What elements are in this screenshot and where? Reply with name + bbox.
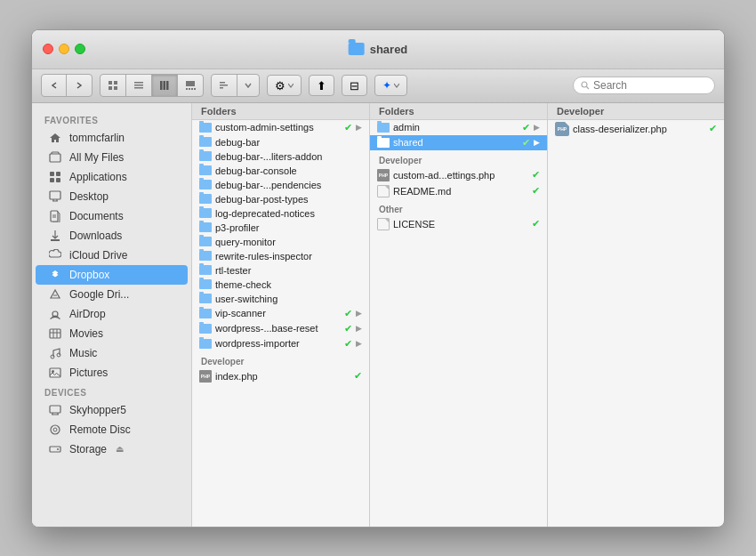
airdrop-icon xyxy=(48,307,62,321)
svg-point-36 xyxy=(51,425,60,434)
table-row[interactable]: debug-bar-...liters-addon xyxy=(192,149,369,164)
dropbox-button[interactable]: ✦ xyxy=(374,75,407,96)
file-name: debug-bar-...pendencies xyxy=(215,180,362,190)
svg-rect-33 xyxy=(50,368,60,377)
arrange-button[interactable] xyxy=(212,75,237,96)
sidebar-item-airdrop[interactable]: AirDrop xyxy=(36,304,188,324)
table-row[interactable]: query-monitor xyxy=(192,235,369,249)
table-row[interactable]: README.md ✔ xyxy=(370,183,547,199)
svg-rect-17 xyxy=(220,87,223,89)
svg-rect-22 xyxy=(56,172,60,176)
arrange-dropdown-icon xyxy=(245,82,252,89)
sidebar-item-label: Skyhopper5 xyxy=(69,404,126,416)
folder-icon xyxy=(199,265,212,275)
check-icon: ✔ xyxy=(522,122,530,133)
list-view-button[interactable] xyxy=(126,75,152,96)
close-button[interactable] xyxy=(43,44,53,54)
table-row[interactable]: PHP custom-ad...ettings.php ✔ xyxy=(370,167,547,183)
table-row[interactable]: LICENSE ✔ xyxy=(370,216,547,232)
table-row[interactable]: debug-bar-...pendencies xyxy=(192,178,369,192)
table-row[interactable]: p3-profiler xyxy=(192,221,369,235)
action-button[interactable]: ⚙ xyxy=(267,75,302,96)
sidebar-item-google-drive[interactable]: Google Dri... xyxy=(36,285,188,304)
svg-rect-16 xyxy=(220,85,228,86)
minimize-button[interactable] xyxy=(59,44,69,54)
tag-button[interactable]: ⊟ xyxy=(342,75,367,96)
share-button[interactable]: ⬆ xyxy=(309,75,334,96)
sidebar-item-remote-disc[interactable]: Remote Disc xyxy=(36,420,188,439)
sidebar-item-all-my-files[interactable]: All My Files xyxy=(36,148,188,167)
table-row[interactable]: vip-scanner ✔ ▶ xyxy=(192,306,369,321)
table-row[interactable]: PHP index.php ✔ xyxy=(192,368,369,384)
sidebar-item-tommcfarlin[interactable]: tommcfarlin xyxy=(36,128,188,148)
titlebar: shared xyxy=(32,30,724,69)
sidebar-item-applications[interactable]: Applications xyxy=(36,167,188,187)
table-row[interactable]: rewrite-rules-inspector xyxy=(192,249,369,263)
file-name: rewrite-rules-inspector xyxy=(215,251,362,262)
traffic-lights xyxy=(43,44,85,54)
column-view-button[interactable] xyxy=(152,75,178,96)
file-name: README.md xyxy=(393,186,528,197)
file-name: debug-bar-...liters-addon xyxy=(215,151,362,162)
forward-button[interactable] xyxy=(67,75,92,96)
table-row[interactable]: shared ✔ ▶ xyxy=(370,135,547,150)
sidebar-item-movies[interactable]: Movies xyxy=(36,324,188,343)
table-row[interactable]: debug-bar-console xyxy=(192,164,369,178)
back-button[interactable] xyxy=(42,75,67,96)
table-row[interactable]: PHP class-deserializer.php ✔ xyxy=(548,120,724,138)
browser-pane: Folders custom-admin-settings ✔ ▶ debug-… xyxy=(192,103,724,527)
sidebar-item-desktop[interactable]: Desktop xyxy=(36,187,188,206)
table-row[interactable]: admin ✔ ▶ xyxy=(370,120,547,135)
table-row[interactable]: debug-bar-post-types xyxy=(192,192,369,206)
computer-icon xyxy=(48,403,62,417)
column-view-icon xyxy=(159,80,170,91)
window-title: shared xyxy=(349,43,408,56)
folder-icon xyxy=(199,180,212,189)
arrow-icon: ▶ xyxy=(356,309,362,318)
folder-icon xyxy=(199,294,212,303)
table-row[interactable]: rtl-tester xyxy=(192,263,369,278)
sidebar-item-icloud[interactable]: iCloud Drive xyxy=(36,246,188,265)
sidebar-item-skyhopper5[interactable]: Skyhopper5 xyxy=(36,400,188,420)
table-row[interactable]: wordpress-importer ✔ ▶ xyxy=(192,336,369,351)
table-row[interactable]: log-deprecated-notices xyxy=(192,206,369,221)
svg-rect-12 xyxy=(189,88,190,90)
table-row[interactable]: user-switching xyxy=(192,292,369,306)
column-3-header: Developer xyxy=(548,103,724,120)
content-area: Favorites tommcfarlin All My Files Appli… xyxy=(32,103,724,527)
file-name: debug-bar xyxy=(215,137,362,148)
file-name: p3-profiler xyxy=(215,222,362,233)
sidebar-item-label: Desktop xyxy=(69,190,109,203)
desktop-icon xyxy=(48,189,62,204)
pictures-icon xyxy=(48,366,62,380)
sidebar-item-label: Movies xyxy=(69,327,103,340)
sidebar-item-music[interactable]: Music xyxy=(36,343,188,363)
sidebar-item-dropbox[interactable]: Dropbox xyxy=(36,265,188,285)
table-row[interactable]: custom-admin-settings ✔ ▶ xyxy=(192,120,369,135)
folder-icon xyxy=(199,309,212,318)
sidebar-item-storage[interactable]: Storage ⏏ xyxy=(36,439,188,459)
table-row[interactable]: theme-check xyxy=(192,278,369,292)
tag-icon: ⊟ xyxy=(350,79,359,93)
sidebar-item-downloads[interactable]: Downloads xyxy=(36,226,188,246)
arrange-icon xyxy=(219,80,229,91)
svg-rect-14 xyxy=(194,88,196,90)
cover-flow-button[interactable] xyxy=(178,75,203,96)
svg-rect-1 xyxy=(114,81,117,85)
sidebar-item-label: Applications xyxy=(69,171,127,183)
maximize-button[interactable] xyxy=(75,44,85,54)
arrange-dropdown-button[interactable] xyxy=(237,75,259,96)
search-input[interactable] xyxy=(593,79,700,92)
search-box[interactable] xyxy=(573,77,715,94)
file-name: LICENSE xyxy=(393,219,528,230)
table-row[interactable]: debug-bar xyxy=(192,135,369,149)
drive-icon xyxy=(48,442,62,456)
table-row[interactable]: wordpress-...base-reset ✔ ▶ xyxy=(192,321,369,336)
sidebar-item-documents[interactable]: Documents xyxy=(36,206,188,226)
svg-rect-2 xyxy=(109,86,112,90)
sidebar-item-pictures[interactable]: Pictures xyxy=(36,363,188,383)
gdrive-icon xyxy=(48,287,62,302)
sidebar-item-label: Documents xyxy=(69,210,124,222)
documents-icon xyxy=(48,209,62,223)
icon-view-button[interactable] xyxy=(101,75,126,96)
